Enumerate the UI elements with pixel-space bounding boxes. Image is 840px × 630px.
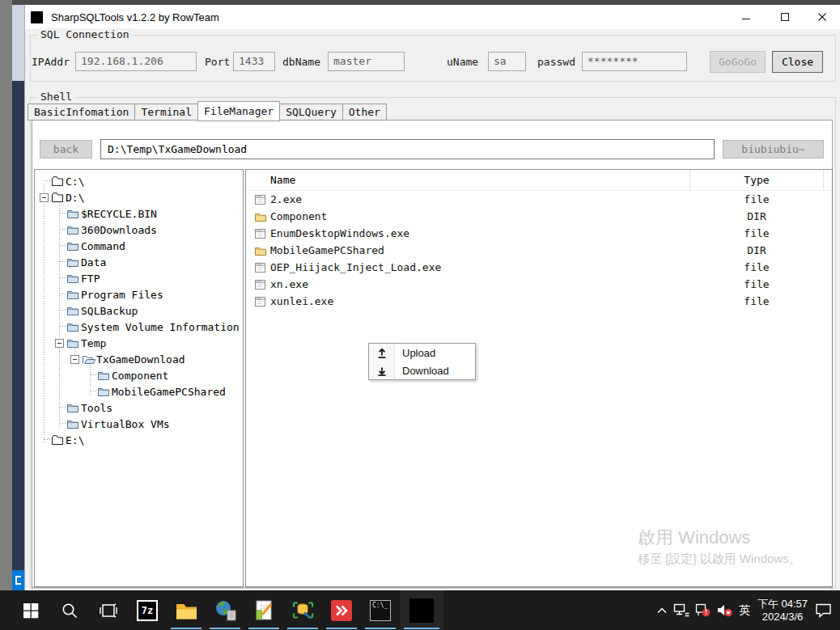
tree-item-label: Command: [81, 240, 125, 252]
file-name: xn.exe: [270, 278, 689, 290]
tree-item-360downloads[interactable]: 360Downloads: [35, 222, 243, 238]
tree-connector: [60, 261, 66, 262]
tree-item-recycle-bin[interactable]: $RECYCLE.BIN: [35, 205, 243, 222]
globe-server-icon: [214, 599, 236, 621]
tab-filemanager[interactable]: FileManager: [197, 101, 280, 121]
tree-connector: [60, 229, 66, 230]
folder-icon: [66, 256, 81, 268]
tab-basicinfomation[interactable]: BasicInfomation: [28, 104, 134, 121]
volume-muted-tray-icon[interactable]: [716, 603, 733, 617]
menu-item-download[interactable]: Download: [369, 362, 475, 379]
sharpsqltools-taskbar-button[interactable]: [400, 590, 443, 630]
search-button[interactable]: [50, 590, 89, 630]
uname-label: uName: [447, 56, 478, 68]
tree-item-label: VirtualBox VMs: [81, 418, 170, 430]
file-row-enumdesktopwindows-exe[interactable]: EnumDesktopWindows.exefile: [246, 225, 832, 242]
file-explorer-button[interactable]: [167, 590, 206, 630]
tab-terminal[interactable]: Terminal: [134, 104, 197, 121]
minimize-button[interactable]: [734, 8, 758, 26]
folder-icon: [66, 223, 81, 236]
drive-icon: [51, 433, 66, 446]
command-prompt-button[interactable]: C:\_: [361, 590, 400, 630]
hidden-icons-chevron[interactable]: [656, 607, 668, 615]
collapse-toggle-icon[interactable]: [55, 339, 64, 348]
close-connection-button[interactable]: Close: [772, 51, 823, 73]
menu-item-upload[interactable]: Upload: [369, 344, 475, 362]
maximize-button[interactable]: [773, 8, 797, 26]
tree-item-ftp[interactable]: FTP: [35, 270, 243, 286]
drive-icon: [51, 175, 66, 188]
tree-item-system-volume-information[interactable]: System Volume Information: [35, 319, 243, 335]
tree-item-data[interactable]: Data: [35, 254, 243, 270]
path-input[interactable]: D:\Temp\TxGameDownload: [100, 139, 715, 159]
tree-item-label: D:\: [66, 192, 84, 204]
tree-item-mobilegamepcshared[interactable]: MobileGamePCShared: [35, 383, 243, 400]
ipaddr-field[interactable]: 192.168.1.206: [75, 52, 197, 71]
file-type: file: [689, 278, 824, 290]
folder-icon: [254, 210, 270, 223]
notepad-app-button[interactable]: [244, 590, 283, 630]
tree-item-e[interactable]: E:\: [35, 432, 243, 448]
network-tray-icon[interactable]: [673, 603, 689, 617]
tree-item-label: E:\: [66, 434, 84, 446]
folder-icon: [66, 239, 81, 252]
tab-strip: BasicInfomationTerminalFileManagerSQLQue…: [28, 101, 387, 121]
file-name: xunlei.exe: [270, 295, 689, 307]
file-row-2-exe[interactable]: 2.exefile: [246, 191, 832, 208]
tree-item-tools[interactable]: Tools: [35, 400, 243, 416]
action-center-button[interactable]: [815, 603, 832, 618]
title-bar: SharpSQLTools v1.2.2 by RowTeam: [25, 5, 840, 29]
tree-item-label: System Volume Information: [81, 321, 240, 333]
collapse-toggle-icon[interactable]: [40, 193, 49, 202]
close-window-button[interactable]: [810, 8, 834, 26]
tree-item-temp[interactable]: Temp: [35, 335, 243, 351]
minimize-icon: [741, 12, 751, 22]
collapse-toggle-icon[interactable]: [70, 355, 79, 364]
file-row-mobilegamepcshared[interactable]: MobileGamePCSharedDIR: [246, 242, 832, 259]
biubiubiu-button[interactable]: biubiubiu~: [723, 140, 824, 159]
tab-sqlquery[interactable]: SQLQuery: [280, 104, 342, 121]
file-explorer-icon: [176, 602, 197, 619]
file-type: file: [689, 193, 824, 205]
tab-other[interactable]: Other: [342, 104, 387, 121]
database-tool-app-button[interactable]: [283, 590, 322, 630]
tree-connector: [60, 277, 66, 278]
alert-flag-tray-icon[interactable]: !: [695, 603, 711, 617]
file-row-oep-hiijack-inject-load-exe[interactable]: OEP_Hiijack_Inject_Load.exefile: [246, 259, 832, 276]
back-button[interactable]: back: [40, 140, 92, 159]
tree-item-program-files[interactable]: Program Files: [35, 286, 243, 302]
tree-item-c[interactable]: C:\: [35, 173, 243, 189]
exe-file-icon: [254, 193, 270, 206]
tree-item-command[interactable]: Command: [35, 238, 243, 254]
gogogo-button[interactable]: GoGoGo: [710, 51, 766, 73]
exe-file-icon: [254, 295, 270, 308]
port-field[interactable]: 1433: [233, 52, 275, 71]
red-launcher-app-button[interactable]: [322, 590, 361, 630]
sevenzip-button[interactable]: 7z: [128, 590, 167, 630]
start-button[interactable]: [11, 590, 50, 630]
column-header-name[interactable]: Name: [270, 174, 689, 186]
task-view-button[interactable]: [89, 590, 128, 630]
passwd-field[interactable]: ********: [582, 52, 687, 71]
column-header-type[interactable]: Type: [689, 170, 824, 190]
tree-item-d[interactable]: D:\: [35, 189, 243, 205]
globe-server-app-button[interactable]: [206, 590, 244, 630]
uname-field[interactable]: sa: [488, 52, 526, 71]
file-row-xn-exe[interactable]: xn.exefile: [246, 276, 832, 293]
tree-item-label: SQLBackup: [81, 305, 138, 317]
taskbar-clock[interactable]: 下午 04:57 2024/3/6: [756, 598, 809, 624]
background-window-light-area: [12, 5, 24, 81]
tree-item-sqlbackup[interactable]: SQLBackup: [35, 302, 243, 319]
exe-file-icon: [254, 261, 270, 274]
tree-item-txgamedownload[interactable]: TxGameDownload: [35, 351, 243, 367]
windows-logo-icon: [21, 601, 40, 620]
dbname-field[interactable]: master: [328, 52, 405, 71]
file-row-component[interactable]: ComponentDIR: [246, 208, 832, 225]
tree-item-virtualbox-vms[interactable]: VirtualBox VMs: [35, 416, 243, 432]
tree-connector: [60, 423, 66, 424]
file-row-xunlei-exe[interactable]: xunlei.exefile: [246, 293, 832, 310]
tree-item-component[interactable]: Component: [35, 367, 243, 383]
tree-item-label: Component: [112, 370, 168, 382]
language-indicator[interactable]: 英: [739, 603, 750, 618]
clock-time: 下午 04:57: [756, 598, 809, 611]
